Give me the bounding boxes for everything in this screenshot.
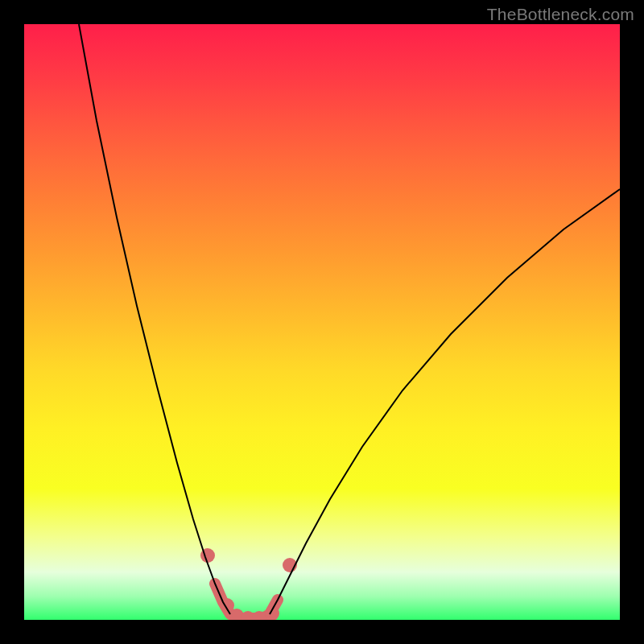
series-curve-right (270, 189, 620, 614)
watermark-text: TheBottleneck.com (487, 5, 634, 24)
curves-svg (24, 24, 620, 620)
chart-frame: TheBottleneck.com (0, 0, 644, 644)
plot-area (24, 24, 620, 620)
series-curve-left (79, 24, 230, 614)
curve-right-path (270, 189, 620, 614)
curve-left-path (79, 24, 230, 614)
